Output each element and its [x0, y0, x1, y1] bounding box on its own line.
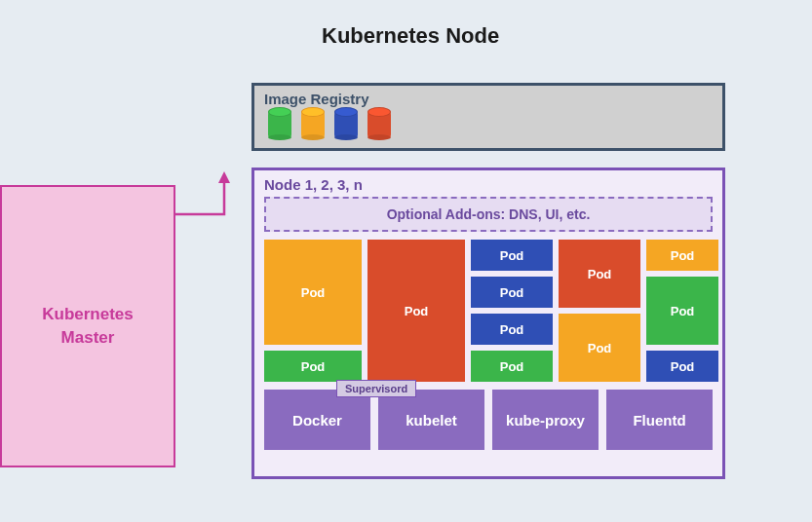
daemon-docker: Docker — [264, 390, 370, 450]
daemon-kubelet: kubelet — [378, 390, 484, 450]
registry-image-green-icon — [268, 111, 291, 138]
pod-box: Pod — [559, 314, 640, 382]
node-title: Node 1, 2, 3, n — [264, 176, 713, 193]
pod-box: Pod — [367, 240, 465, 382]
registry-images-row — [268, 111, 713, 138]
image-registry-box: Image Registry — [251, 83, 725, 151]
pods-grid: Pod Pod Pod Pod Pod Pod Pod Pod Pod Pod … — [264, 240, 713, 382]
pod-box: Pod — [264, 351, 362, 382]
kubernetes-master-box: Kubernetes Master — [0, 185, 175, 467]
addons-box: Optional Add-ons: DNS, UI, etc. — [264, 197, 713, 232]
registry-image-orange-icon — [301, 111, 325, 138]
daemon-fluentd: Fluentd — [606, 390, 713, 450]
daemon-kube-proxy: kube-proxy — [492, 390, 599, 450]
daemons-row: Docker kubelet kube-proxy Fluentd — [264, 390, 713, 450]
pod-box: Pod — [471, 314, 553, 345]
registry-image-red-icon — [367, 111, 391, 138]
pod-box: Pod — [471, 351, 553, 382]
daemons-section: Supervisord Docker kubelet kube-proxy Fl… — [264, 390, 713, 450]
pod-box: Pod — [471, 277, 553, 308]
supervisord-label: Supervisord — [336, 380, 416, 397]
pod-box: Pod — [471, 240, 553, 271]
master-to-node-connector-icon — [175, 166, 253, 224]
kubernetes-master-label: Kubernetes Master — [42, 303, 134, 350]
pod-box: Pod — [646, 240, 718, 271]
node-box: Node 1, 2, 3, n Optional Add-ons: DNS, U… — [251, 168, 725, 479]
pod-box: Pod — [559, 240, 640, 308]
diagram-title: Kubernetes Node — [322, 23, 499, 49]
image-registry-title: Image Registry — [264, 91, 713, 107]
pod-box: Pod — [646, 277, 718, 345]
pod-box: Pod — [646, 351, 718, 382]
registry-image-blue-icon — [334, 111, 358, 138]
pod-box: Pod — [264, 240, 362, 345]
